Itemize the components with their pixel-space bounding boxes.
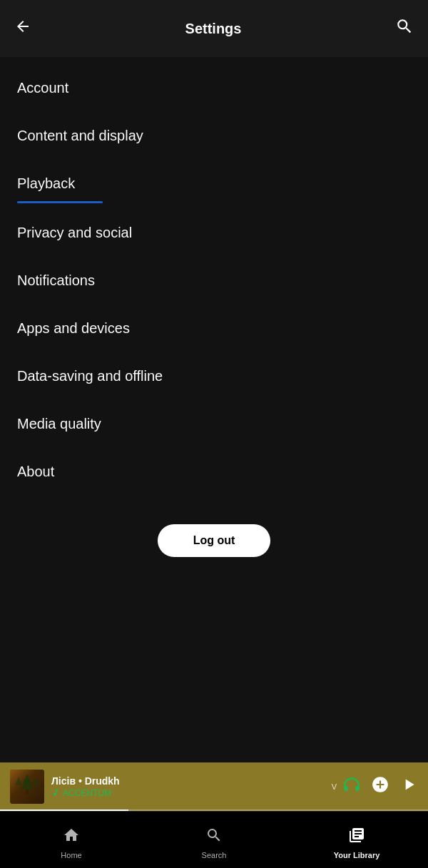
now-playing-info: Лісів • Drudkh ACCENTUM — [44, 775, 332, 798]
nav-library-label: Your Library — [334, 851, 380, 859]
settings-list: Account Content and display Playback Pri… — [0, 57, 428, 503]
nav-item-search[interactable]: Search — [143, 821, 285, 859]
library-icon — [348, 827, 365, 848]
add-icon[interactable] — [371, 775, 389, 798]
settings-item-notifications[interactable]: Notifications — [0, 257, 428, 305]
nav-item-library[interactable]: Your Library — [285, 821, 428, 859]
nav-home-label: Home — [61, 851, 81, 859]
settings-item-content-display[interactable]: Content and display — [0, 112, 428, 160]
settings-item-playback[interactable]: Playback — [0, 160, 428, 209]
page-title: Settings — [185, 21, 242, 37]
now-playing-badge: V — [332, 782, 337, 791]
album-art — [10, 770, 44, 804]
now-playing-title: Лісів • Drudkh — [51, 775, 325, 787]
play-icon[interactable] — [399, 775, 418, 798]
logout-button[interactable]: Log out — [158, 524, 271, 557]
home-icon — [63, 827, 80, 848]
nav-search-label: Search — [202, 851, 227, 859]
settings-item-data-saving[interactable]: Data-saving and offline — [0, 352, 428, 400]
svg-rect-4 — [26, 790, 29, 794]
bottom-nav: Home Search Your Library — [0, 811, 428, 868]
header: Settings — [0, 0, 428, 57]
settings-item-media-quality[interactable]: Media quality — [0, 400, 428, 448]
back-button[interactable] — [14, 18, 31, 39]
settings-item-account[interactable]: Account — [0, 64, 428, 112]
nav-item-home[interactable]: Home — [0, 821, 143, 859]
playback-underline — [17, 201, 103, 203]
now-playing-controls — [342, 775, 418, 798]
logout-container: Log out — [0, 503, 428, 571]
settings-item-privacy-social[interactable]: Privacy and social — [0, 209, 428, 257]
search-icon[interactable] — [395, 17, 414, 40]
now-playing-bar[interactable]: Лісів • Drudkh ACCENTUM V — [0, 762, 428, 811]
settings-item-apps-devices[interactable]: Apps and devices — [0, 305, 428, 352]
search-nav-icon — [205, 827, 223, 848]
settings-item-about[interactable]: About — [0, 448, 428, 496]
headphones-icon[interactable] — [342, 775, 361, 798]
now-playing-subtitle: ACCENTUM — [63, 788, 111, 798]
